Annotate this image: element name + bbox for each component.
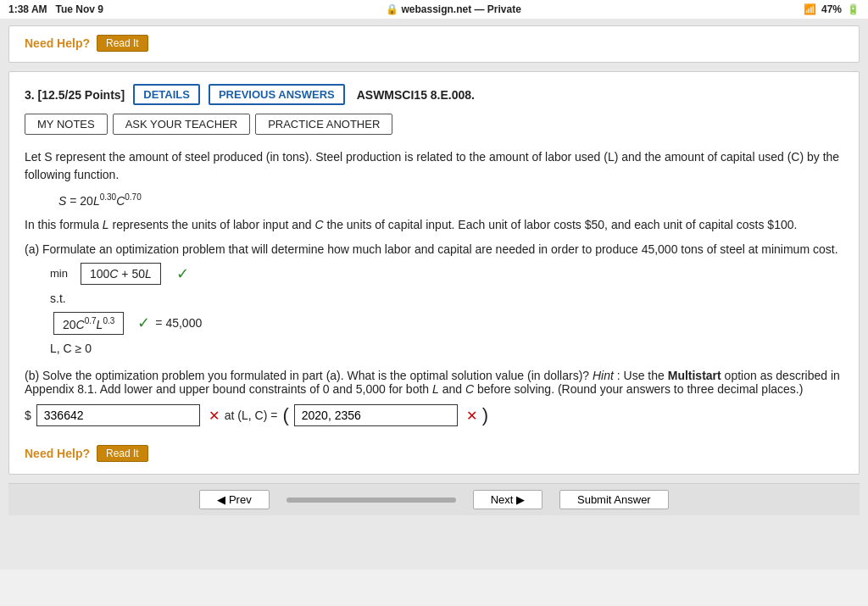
next-button[interactable]: Next ▶ (473, 490, 542, 509)
st-label: s.t. (50, 292, 843, 305)
ask-teacher-button[interactable]: ASK YOUR TEACHER (113, 114, 250, 135)
bottom-help-row: Need Help? Read It (25, 445, 843, 462)
submit-answer-button[interactable]: Submit Answer (559, 490, 669, 509)
formula-block: S = 20L0.30C0.70 (58, 192, 843, 208)
time-display: 1:38 AM (8, 3, 47, 15)
dollar-sign: $ (25, 409, 31, 422)
non-neg-constraint: L, C ≥ 0 (50, 342, 843, 355)
min-label: min (50, 267, 70, 280)
check-mark-constraint: ✓ (137, 314, 150, 332)
question-number: 3. [12.5/25 Points] (25, 88, 125, 102)
part-a-label: (a) Formulate an optimization problem th… (25, 242, 843, 256)
need-help-label: Need Help? (25, 36, 90, 50)
formula-s: S = 20L0.30C0.70 (58, 194, 142, 208)
part-a-section: (a) Formulate an optimization problem th… (25, 242, 843, 356)
assignment-code: ASWMSCI15 8.E.008. (357, 88, 475, 102)
equals-45000: = 45,000 (155, 316, 202, 330)
my-notes-button[interactable]: MY NOTES (25, 114, 108, 135)
hint-label: Hint (593, 369, 614, 382)
practice-another-button[interactable]: PRACTICE ANOTHER (255, 114, 392, 135)
main-question-card: 3. [12.5/25 Points] DETAILS PREVIOUS ANS… (8, 71, 860, 475)
optimal-value-input[interactable] (36, 404, 200, 426)
url-center: 🔒 webassign.net — Private (386, 3, 521, 15)
part-b-label: (b) Solve the optimization problem you f… (25, 369, 843, 396)
page-content: Need Help? Read It 3. [12.5/25 Points] D… (0, 19, 868, 570)
cross-mark-value: ✕ (209, 408, 220, 424)
status-bar: 1:38 AM Tue Nov 9 🔒 webassign.net — Priv… (0, 0, 868, 19)
details-button[interactable]: DETAILS (133, 84, 200, 105)
battery-icon: 🔋 (847, 3, 860, 15)
read-it-button-top[interactable]: Read It (97, 35, 148, 52)
paren-left: ( (282, 404, 288, 426)
read-it-button-bottom[interactable]: Read It (97, 445, 148, 462)
battery-level: 47% (821, 3, 842, 15)
lc-value-input[interactable] (294, 404, 458, 426)
previous-answers-button[interactable]: PREVIOUS ANSWERS (209, 84, 345, 105)
cross-mark-lc: ✕ (466, 408, 477, 424)
question-header: 3. [12.5/25 Points] DETAILS PREVIOUS ANS… (25, 84, 843, 105)
min-row: min 100C + 50L ✓ (50, 263, 843, 285)
constraint-expression: 20C0.7L0.3 (53, 312, 124, 336)
prev-button[interactable]: ◀ Prev (199, 490, 269, 509)
min-expression: 100C + 50L (81, 263, 161, 285)
wifi-icon: 📶 (804, 3, 816, 15)
bottom-need-help-label: Need Help? (25, 447, 90, 460)
part-b-section: (b) Solve the optimization problem you f… (25, 369, 843, 426)
problem-intro: Let S represent the amount of steel prod… (25, 148, 843, 184)
formula-note: In this formula L represents the units o… (25, 216, 843, 234)
check-mark-min: ✓ (176, 264, 189, 283)
at-lc-text: at (L, C) = (225, 409, 278, 422)
paren-right: ) (482, 404, 488, 426)
date-display: Tue Nov 9 (56, 3, 103, 15)
constraint-row: 20C0.7L0.3 ✓ = 45,000 (50, 312, 843, 336)
bottom-nav-bar: ◀ Prev Next ▶ Submit Answer (8, 483, 860, 515)
scroll-indicator (287, 498, 456, 503)
action-buttons-row: MY NOTES ASK YOUR TEACHER PRACTICE ANOTH… (25, 114, 843, 135)
part-b-answer-row: $ ✕ at (L, C) = ( ✕ ) (25, 404, 843, 426)
top-help-card: Need Help? Read It (8, 25, 860, 63)
